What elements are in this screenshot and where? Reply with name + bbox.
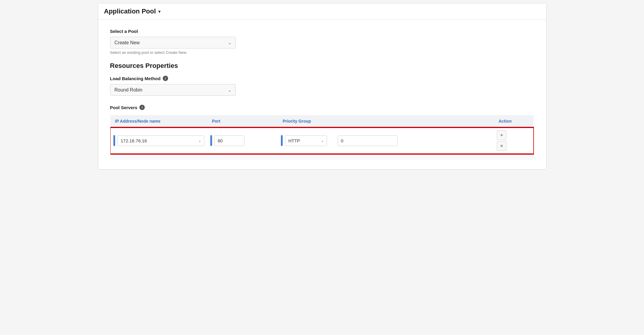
table-header-row: IP Address/Node name Port Priority Group…: [110, 115, 534, 127]
col-header-action: Action: [494, 115, 534, 127]
load-balancing-info-icon[interactable]: i: [163, 76, 168, 81]
drag-handle-icon: [113, 135, 115, 146]
pool-servers-table: IP Address/Node name Port Priority Group…: [110, 115, 534, 160]
panel-header: Application Pool ▾: [98, 3, 546, 20]
select-pool-label: Select a Pool: [110, 29, 534, 34]
spacer-row: [110, 154, 534, 160]
col-header-port: Port: [207, 115, 278, 127]
ip-cell: 172.16.76.16 ⌄: [110, 127, 207, 154]
action-cell: + ×: [494, 127, 534, 154]
col-header-priority: Priority Group: [278, 115, 494, 127]
table-row: 172.16.76.16 ⌄: [110, 127, 534, 154]
protocol-priority-cell: HTTP HTTPS FTP ⌄: [278, 127, 494, 154]
panel-collapse-icon[interactable]: ▾: [158, 9, 161, 14]
pool-servers-info-icon[interactable]: i: [139, 105, 145, 110]
select-pool-section: Select a Pool Create New ⌄ Select an exi…: [110, 29, 534, 55]
load-balancing-wrapper: Round Robin ⌄: [110, 84, 236, 96]
col-header-ip: IP Address/Node name: [110, 115, 207, 127]
priority-input[interactable]: [338, 135, 398, 146]
protocol-dropdown[interactable]: HTTP HTTPS FTP: [285, 135, 327, 146]
load-balancing-section: Load Balancing Method i Round Robin ⌄: [110, 76, 534, 96]
add-row-button[interactable]: +: [497, 130, 506, 140]
port-input[interactable]: [214, 135, 244, 146]
load-balancing-label: Load Balancing Method i: [110, 76, 534, 81]
ip-select-wrapper: 172.16.76.16 ⌄: [118, 135, 204, 146]
ip-cell-inner: 172.16.76.16 ⌄: [113, 135, 204, 146]
pool-servers-section: Pool Servers i IP Address/Node name Port…: [110, 105, 534, 160]
resources-properties-heading: Resources Properties: [110, 62, 534, 70]
port-drag-handle-icon: [210, 135, 212, 146]
ip-address-dropdown[interactable]: 172.16.76.16: [118, 135, 204, 146]
select-pool-hint: Select an existing pool or select Create…: [110, 50, 534, 55]
protocol-cell-inner: HTTP HTTPS FTP ⌄: [281, 135, 491, 146]
remove-row-button[interactable]: ×: [497, 141, 506, 151]
panel-content: Select a Pool Create New ⌄ Select an exi…: [98, 20, 546, 169]
panel-title: Application Pool: [104, 7, 156, 15]
protocol-select-wrapper: HTTP HTTPS FTP ⌄: [285, 135, 327, 146]
pool-servers-label: Pool Servers i: [110, 105, 534, 110]
port-cell-inner: [210, 135, 275, 146]
protocol-drag-handle-icon: [281, 135, 283, 146]
select-pool-wrapper: Create New ⌄: [110, 37, 236, 48]
application-pool-panel: Application Pool ▾ Select a Pool Create …: [98, 3, 546, 170]
load-balancing-dropdown[interactable]: Round Robin: [110, 84, 236, 96]
port-cell: [207, 127, 278, 154]
action-buttons: + ×: [497, 130, 531, 151]
select-pool-dropdown[interactable]: Create New: [110, 37, 236, 48]
